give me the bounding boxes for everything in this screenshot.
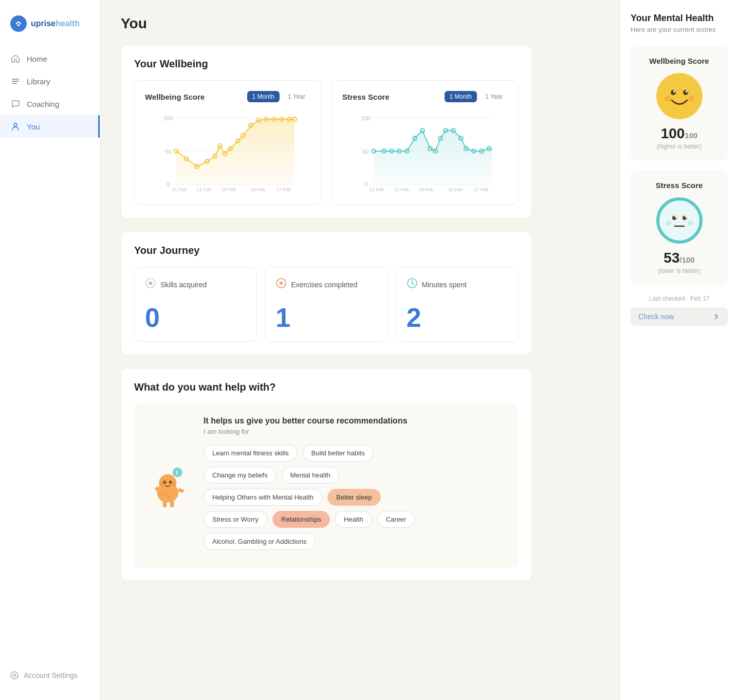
svg-point-78	[163, 481, 167, 484]
svg-point-7	[13, 674, 16, 677]
svg-point-101	[685, 216, 686, 218]
last-checked-text: Last checked · Feb 17	[631, 295, 728, 302]
stress-score-circle	[656, 197, 703, 244]
svg-text:i: i	[176, 469, 177, 475]
stress-1month-tab[interactable]: 1 Month	[445, 91, 477, 102]
sidebar-item-home-label: Home	[27, 54, 47, 63]
help-content: It helps us give you better course recom…	[204, 416, 506, 555]
you-icon	[10, 121, 21, 132]
wellbeing-score-circle	[656, 73, 703, 119]
sidebar-item-library[interactable]: Library	[0, 70, 100, 93]
charts-row: Wellbeing Score 1 Month 1 Year 100 50 0	[134, 80, 519, 205]
tags-row-1: Learn mental fitness skills Build better…	[204, 445, 506, 462]
svg-text:17 Feb: 17 Feb	[276, 187, 291, 192]
svg-point-91	[671, 90, 676, 95]
tag-better-sleep[interactable]: Better sleep	[327, 489, 380, 506]
wellbeing-chart-svg: 100 50 0	[145, 110, 310, 192]
main-content: You Your Wellbeing Wellbeing Score 1 Mon…	[100, 0, 552, 700]
check-now-button[interactable]: Check now	[631, 307, 728, 326]
stress-chart-svg: 100 50 0	[342, 110, 508, 192]
svg-rect-3	[12, 81, 19, 82]
svg-point-69	[280, 282, 282, 284]
help-mascot: i	[147, 416, 193, 555]
wellbeing-chart-header: Wellbeing Score 1 Month 1 Year	[145, 91, 310, 102]
exercises-card: Exercises completed 1	[265, 267, 388, 342]
svg-rect-4	[12, 83, 17, 84]
svg-text:15 Feb: 15 Feb	[419, 187, 433, 192]
sidebar: uprisehealth Home Library	[0, 0, 100, 700]
svg-point-0	[13, 19, 24, 29]
sidebar-item-home[interactable]: Home	[0, 47, 100, 70]
svg-text:11 Feb: 11 Feb	[370, 187, 384, 192]
wellbeing-1year-tab[interactable]: 1 Year	[283, 91, 310, 102]
stress-chart-header: Stress Score 1 Month 1 Year	[342, 91, 508, 102]
svg-text:100: 100	[361, 115, 370, 121]
stress-score-label: Stress Score	[641, 181, 717, 190]
skills-icon	[145, 278, 156, 291]
svg-text:17 Feb: 17 Feb	[474, 187, 488, 192]
skills-card: Skills acquired 0	[134, 267, 257, 342]
svg-point-104	[688, 220, 693, 226]
svg-point-83	[172, 482, 176, 486]
stress-score-value: 53/100	[641, 250, 717, 266]
svg-text:11 Feb: 11 Feb	[172, 187, 187, 192]
svg-point-88	[164, 493, 167, 495]
home-icon	[10, 53, 21, 64]
exercises-label: Exercises completed	[291, 281, 357, 289]
help-subtitle: I am looking for	[204, 428, 506, 435]
tags-row-3: Helping Others with Mental Health Better…	[204, 489, 506, 506]
journey-heading: Your Journey	[134, 245, 519, 256]
tag-alcohol-gambling[interactable]: Alcohol, Gambling or Addictions	[204, 533, 316, 550]
minutes-card: Minutes spent 2	[396, 267, 519, 342]
tag-relationships[interactable]: Relationships	[272, 511, 330, 528]
account-settings[interactable]: Account Settings	[0, 661, 100, 690]
tag-change-beliefs[interactable]: Change my beliefs	[204, 467, 276, 484]
svg-point-103	[666, 220, 671, 226]
svg-point-90	[659, 76, 700, 117]
journey-row: Skills acquired 0 Exercises completed 1	[134, 267, 519, 342]
exercises-icon	[275, 278, 287, 291]
sidebar-item-coaching[interactable]: Coaching	[0, 93, 100, 115]
sidebar-item-you-label: You	[27, 122, 40, 131]
svg-point-93	[673, 90, 675, 93]
sidebar-item-you[interactable]: You	[0, 115, 100, 138]
tag-stress-worry[interactable]: Stress or Worry	[204, 511, 267, 528]
account-settings-label: Account Settings	[24, 671, 78, 679]
svg-rect-2	[12, 79, 19, 80]
tag-health[interactable]: Health	[335, 511, 372, 528]
svg-rect-87	[178, 488, 184, 493]
panel-subtitle: Here are your current scores	[631, 26, 728, 33]
tag-helping-others[interactable]: Helping Others with Mental Health	[204, 489, 322, 506]
wellbeing-score-card: Wellbeing Score 100100 (higher is better…	[631, 46, 728, 160]
svg-point-80	[165, 481, 166, 482]
svg-point-92	[683, 90, 688, 95]
sidebar-nav: Home Library Coaching	[0, 47, 100, 661]
coaching-icon	[10, 99, 21, 109]
library-icon	[10, 76, 21, 86]
tag-mental-fitness[interactable]: Learn mental fitness skills	[204, 445, 298, 462]
minutes-value: 2	[407, 304, 508, 331]
tag-career[interactable]: Career	[377, 511, 415, 528]
stress-1year-tab[interactable]: 1 Year	[480, 91, 508, 102]
help-title: It helps us give you better course recom…	[204, 416, 506, 426]
svg-text:50: 50	[165, 149, 171, 155]
tags-row-2: Change my beliefs Mental health	[204, 467, 506, 484]
wellbeing-1month-tab[interactable]: 1 Month	[247, 91, 280, 102]
minutes-label: Minutes spent	[422, 281, 467, 289]
svg-rect-84	[163, 501, 167, 507]
stress-chart-tabs: 1 Month 1 Year	[445, 91, 508, 102]
svg-point-94	[686, 90, 688, 93]
minutes-icon	[407, 278, 418, 291]
svg-text:0: 0	[364, 181, 367, 187]
tag-mental-health[interactable]: Mental health	[282, 467, 339, 484]
help-section: What do you want help with? i	[121, 368, 532, 581]
svg-point-73	[411, 283, 413, 284]
right-panel: Your Mental Health Here are your current…	[620, 0, 738, 700]
sidebar-item-library-label: Library	[27, 77, 50, 86]
wellbeing-chart-title: Wellbeing Score	[145, 93, 205, 101]
skills-header: Skills acquired	[145, 278, 246, 291]
logo[interactable]: uprisehealth	[0, 10, 100, 47]
skills-value: 0	[145, 304, 246, 331]
tag-better-habits[interactable]: Build better habits	[303, 445, 374, 462]
stress-score-hint: (lower is better)	[641, 267, 717, 274]
